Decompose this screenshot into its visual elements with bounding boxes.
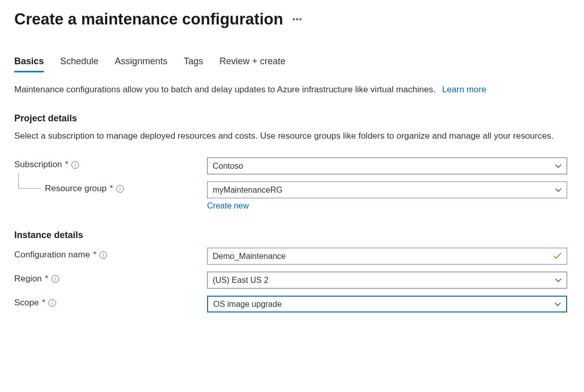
required-star: *: [65, 160, 69, 170]
config-name-label: Configuration name * i: [14, 248, 207, 260]
scope-label: Scope * i: [14, 296, 207, 308]
region-value: (US) East US 2: [213, 276, 268, 285]
description-text: Maintenance configurations allow you to …: [14, 85, 436, 94]
required-star: *: [93, 250, 96, 260]
learn-more-link[interactable]: Learn more: [442, 85, 487, 94]
subscription-value: Contoso: [213, 162, 243, 171]
region-label-text: Region: [14, 274, 42, 284]
subscription-label-text: Subscription: [14, 160, 62, 170]
resource-group-label-text: Resource group: [45, 184, 107, 194]
tab-schedule[interactable]: Schedule: [60, 56, 98, 72]
chevron-down-icon: [555, 188, 562, 192]
config-name-label-text: Configuration name: [14, 250, 90, 260]
info-icon[interactable]: i: [52, 275, 59, 283]
tab-basics[interactable]: Basics: [14, 56, 44, 72]
info-icon[interactable]: i: [116, 185, 124, 193]
subscription-label: Subscription * i: [14, 158, 207, 170]
check-icon: [553, 252, 562, 261]
tree-connector: [18, 173, 41, 189]
scope-label-text: Scope: [14, 298, 39, 308]
resource-group-label: Resource group * i: [14, 181, 207, 194]
scope-dropdown[interactable]: OS image upgrade: [207, 296, 567, 312]
info-icon[interactable]: i: [48, 299, 56, 307]
scope-value: OS image upgrade: [213, 300, 282, 309]
info-icon[interactable]: i: [99, 251, 107, 259]
config-name-input[interactable]: [213, 252, 549, 261]
tab-assignments[interactable]: Assignments: [115, 56, 167, 72]
required-star: *: [45, 274, 48, 284]
page-description: Maintenance configurations allow you to …: [14, 84, 570, 96]
required-star: *: [42, 298, 45, 308]
info-icon[interactable]: i: [71, 161, 79, 169]
resource-group-value: myMaintenanceRG: [213, 186, 283, 195]
chevron-down-icon: [554, 302, 561, 306]
resource-group-dropdown[interactable]: myMaintenanceRG: [207, 181, 567, 198]
region-label: Region * i: [14, 272, 207, 284]
required-star: *: [110, 184, 113, 194]
project-details-title: Project details: [14, 113, 570, 124]
chevron-down-icon: [555, 164, 562, 168]
tabs-bar: Basics Schedule Assignments Tags Review …: [14, 56, 570, 72]
region-dropdown[interactable]: (US) East US 2: [207, 272, 567, 289]
config-name-input-wrapper: [207, 248, 567, 265]
tab-review-create[interactable]: Review + create: [219, 56, 286, 72]
tab-tags[interactable]: Tags: [184, 56, 203, 72]
project-details-desc: Select a subscription to manage deployed…: [14, 130, 570, 143]
instance-details-title: Instance details: [14, 230, 570, 241]
chevron-down-icon: [555, 278, 562, 282]
more-icon[interactable]: •••: [292, 15, 302, 24]
create-new-link[interactable]: Create new: [207, 201, 249, 211]
subscription-dropdown[interactable]: Contoso: [207, 158, 567, 174]
page-title: Create a maintenance configuration: [14, 10, 283, 29]
